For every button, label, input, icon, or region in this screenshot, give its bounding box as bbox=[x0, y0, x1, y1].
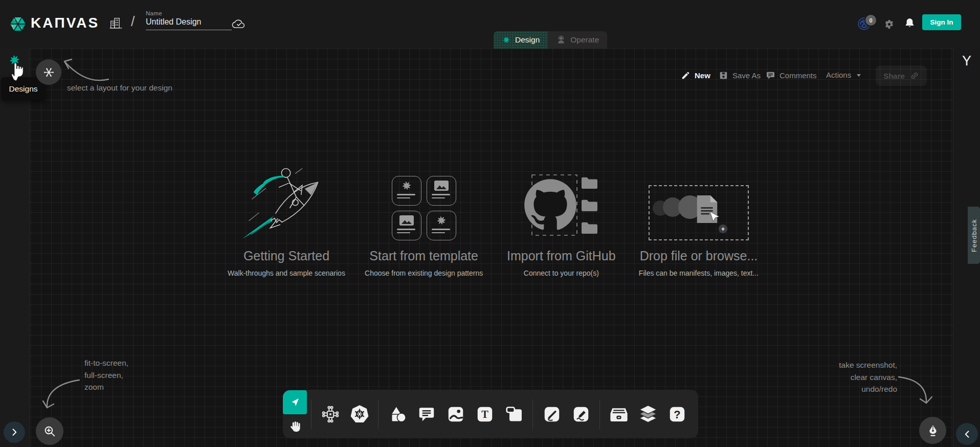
pan-tool-button[interactable] bbox=[283, 414, 307, 438]
kanvas-app: KAΠVAS / Name bbox=[0, 0, 980, 447]
drop-zone[interactable]: + bbox=[649, 185, 749, 240]
design-pinwheel-icon bbox=[502, 35, 511, 44]
design-name-field: Name bbox=[146, 10, 232, 30]
comment-icon bbox=[417, 405, 436, 423]
text-tool-glyph: T bbox=[481, 409, 488, 420]
settings-gear-icon[interactable] bbox=[883, 18, 895, 30]
sketch-tool-button[interactable] bbox=[566, 399, 595, 430]
layers-tool-button[interactable] bbox=[633, 399, 662, 430]
rocket-illustration bbox=[225, 163, 348, 240]
canvas-tool-dock: T bbox=[283, 390, 698, 438]
organization-icon[interactable] bbox=[109, 16, 123, 30]
folder-icon bbox=[582, 177, 597, 189]
template-thumb-design bbox=[427, 211, 456, 240]
left-panel-strip bbox=[0, 49, 30, 447]
expand-left-panel-button[interactable] bbox=[4, 421, 25, 443]
zoom-button[interactable] bbox=[36, 417, 63, 445]
toolbar-divider bbox=[311, 399, 311, 429]
new-label: New bbox=[695, 71, 710, 80]
layout-hint-text: select a layout for your design bbox=[67, 82, 172, 94]
comments-label: Comments bbox=[779, 71, 817, 80]
image-icon bbox=[434, 181, 449, 191]
toolbar-divider bbox=[532, 399, 533, 429]
chevron-left-icon bbox=[963, 430, 972, 439]
share-link-icon bbox=[910, 71, 919, 80]
circuit-icon bbox=[321, 405, 340, 424]
comments-button[interactable]: Comments bbox=[766, 71, 817, 80]
mode-tabs: Design Operate bbox=[494, 31, 607, 49]
cloud-sync-icon bbox=[232, 18, 247, 30]
image-icon bbox=[399, 215, 414, 226]
pen-mode-button[interactable] bbox=[919, 417, 946, 444]
drop-file-illustration: + bbox=[637, 163, 760, 240]
actions-label: Actions bbox=[826, 71, 851, 79]
card-subtitle: Files can be manifests, images, text... bbox=[637, 269, 760, 277]
notifications-bell-icon[interactable] bbox=[903, 17, 916, 30]
image-tool-button[interactable] bbox=[441, 399, 470, 430]
chevron-right-icon bbox=[10, 428, 19, 437]
notification-count-badge: 0 bbox=[864, 14, 877, 27]
tab-operate[interactable]: Operate bbox=[548, 31, 607, 49]
card-subtitle: Connect to your repo(s) bbox=[500, 269, 622, 277]
comments-bubble-icon bbox=[766, 71, 775, 80]
pinwheel-icon bbox=[400, 180, 413, 192]
shapes-tool-button[interactable] bbox=[383, 399, 412, 430]
actions-dropdown[interactable]: Actions bbox=[826, 71, 862, 79]
tab-design[interactable]: Design bbox=[494, 31, 548, 49]
card-title: Import from GitHub bbox=[500, 249, 622, 263]
share-label: Share bbox=[883, 72, 905, 80]
card-getting-started[interactable]: Getting Started Walk-throughs and sample… bbox=[225, 163, 348, 277]
text-tool-button[interactable]: T bbox=[470, 399, 499, 430]
tab-operate-label: Operate bbox=[570, 35, 599, 44]
pointer-tools bbox=[283, 390, 307, 438]
tab-design-label: Design bbox=[515, 35, 540, 44]
card-import-from-github[interactable]: Import from GitHub Connect to your repo(… bbox=[500, 163, 622, 277]
kubernetes-tool-button[interactable] bbox=[345, 399, 374, 430]
breadcrumb-separator: / bbox=[131, 14, 135, 30]
image-tool-icon bbox=[447, 405, 465, 423]
template-thumb-image bbox=[427, 176, 456, 206]
card-title: Getting Started bbox=[225, 249, 348, 263]
component-tool-button[interactable] bbox=[316, 399, 345, 430]
pinwheel-icon bbox=[435, 214, 448, 227]
snowflake-icon bbox=[43, 66, 55, 78]
drawer-icon bbox=[609, 405, 629, 424]
cursor-arrow-icon bbox=[709, 211, 720, 223]
collapsed-panel-handle[interactable]: Y bbox=[960, 53, 973, 69]
pen-tool-button[interactable] bbox=[537, 399, 566, 430]
zoom-hint-arrow bbox=[36, 376, 84, 417]
sign-in-button[interactable]: Sign In bbox=[922, 14, 961, 30]
save-as-label: Save As bbox=[732, 71, 761, 80]
card-title: Drop file or browse... bbox=[637, 249, 760, 263]
brand-wordmark: KAΠVAS bbox=[31, 15, 99, 31]
folder-icon bbox=[582, 200, 597, 211]
save-as-button[interactable]: Save As bbox=[719, 71, 761, 80]
zoom-in-magnifier-icon bbox=[43, 424, 57, 438]
board-flag-icon bbox=[505, 405, 523, 423]
starter-options: Getting Started Walk-throughs and sample… bbox=[225, 163, 760, 277]
cursor-tool-icon bbox=[289, 397, 300, 408]
operate-person-icon bbox=[556, 35, 566, 45]
card-subtitle: Walk-throughs and sample scenarios bbox=[225, 269, 348, 277]
kanvas-logo-icon bbox=[8, 14, 28, 34]
board-tool-button[interactable] bbox=[499, 399, 528, 430]
hand-cursor-pointer-icon bbox=[10, 59, 24, 82]
card-start-from-template[interactable]: Start from template Choose from existing… bbox=[363, 163, 485, 277]
layers-icon bbox=[638, 405, 658, 424]
toolbar-divider bbox=[378, 399, 378, 429]
chevron-down-icon bbox=[855, 72, 862, 79]
select-tool-button[interactable] bbox=[283, 390, 307, 414]
new-design-button[interactable]: New bbox=[681, 71, 710, 80]
help-tool-button[interactable]: ? bbox=[662, 399, 692, 430]
share-button[interactable]: Share bbox=[876, 65, 927, 86]
template-grid-illustration bbox=[363, 163, 485, 240]
zoom-hint-text: fit-to-screen, full-screen, zoom bbox=[84, 357, 128, 393]
drawer-tool-button[interactable] bbox=[604, 399, 633, 430]
new-pencil-icon bbox=[681, 71, 691, 80]
design-name-input[interactable] bbox=[146, 16, 232, 30]
comment-tool-button[interactable] bbox=[412, 399, 441, 430]
card-drop-file[interactable]: + Drop file or browse... Files can be ma… bbox=[637, 163, 760, 277]
screenshot-hint-text: take screenshot, clear canvas, undo/redo bbox=[839, 359, 897, 395]
feedback-tab[interactable]: Feedback bbox=[968, 207, 980, 264]
expand-right-panel-button[interactable] bbox=[956, 423, 978, 445]
